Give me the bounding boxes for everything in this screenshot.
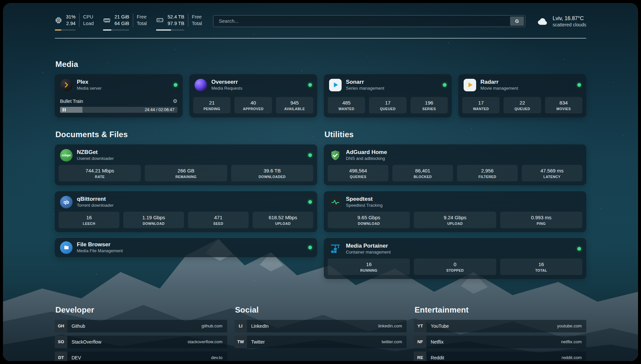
app-name: Media Portainer	[346, 243, 391, 249]
bookmark-netflix[interactable]: NF Netflix netflix.com	[414, 336, 586, 348]
sonarr-icon	[329, 79, 342, 91]
bookmark-youtube[interactable]: YT YouTube youtube.com	[414, 320, 586, 332]
app-card-qbittorrent[interactable]: qb qBittorrent Torrent downloader 16 LEE…	[55, 191, 317, 232]
stat-upload: 618.52 Mbps UPLOAD	[253, 212, 313, 228]
memory-icon	[103, 16, 111, 24]
bookmark-stackoverflow[interactable]: SO StackOverflow stackoverflow.com	[55, 336, 227, 348]
bookmark-linkedin[interactable]: LI LinkedIn linkedin.com	[234, 320, 407, 332]
app-card-adguard[interactable]: AdGuard Home DNS and adblocking 498,564 …	[324, 144, 586, 185]
disk-widget: 52.4 TB 97.9 TB Free Total	[156, 14, 202, 31]
memory-widget: 21 GiB 64 GiB Free Total	[103, 14, 147, 31]
search-engine-button[interactable]: G	[510, 16, 524, 26]
developer-section: Developer GH Github github.com SO StackO…	[55, 305, 227, 361]
radarr-icon	[464, 79, 476, 91]
stat-wanted: 485 WANTED	[328, 97, 365, 113]
stat-series: 196 SERIES	[411, 97, 448, 113]
app-card-portainer[interactable]: Media Portainer Container management 16 …	[324, 238, 586, 279]
bookmark-name: DEV	[72, 355, 81, 360]
stackoverflow-icon: SO	[55, 336, 67, 348]
app-subtitle: Series management	[346, 86, 384, 91]
memory-free-value: 21 GiB	[114, 14, 129, 20]
dev-to-icon: DT	[55, 351, 67, 361]
overseerr-icon	[195, 79, 207, 91]
app-subtitle: Movie management	[480, 86, 518, 91]
app-subtitle: Media File Management	[77, 249, 123, 254]
disk-progress-bar	[156, 29, 184, 31]
system-resources: 31% 2.94 CPU Load	[55, 14, 202, 31]
app-card-plex[interactable]: Plex Media server Bullet Train ⚙	[55, 74, 183, 117]
search-bar: G	[213, 15, 525, 27]
linkedin-icon: LI	[234, 320, 247, 332]
app-name: Radarr	[480, 79, 518, 85]
entertainment-section-title: Entertainment	[414, 305, 586, 315]
stat-running: 16 RUNNING	[328, 258, 410, 275]
app-subtitle: Media Requests	[211, 86, 242, 91]
disk-free-label: Free	[192, 14, 202, 20]
app-subtitle: Speedtest Tracking	[346, 203, 382, 208]
app-name: qBittorrent	[77, 196, 113, 202]
app-card-speedtest[interactable]: Speedtest Speedtest Tracking 9.65 Gbps D…	[324, 191, 586, 232]
stat-rate: 744.21 Mbps RATE	[59, 165, 141, 181]
header-divider	[55, 38, 586, 39]
social-section-title: Social	[235, 305, 407, 315]
bookmark-url: twitter.com	[382, 339, 402, 344]
cpu-load-value: 2.94	[66, 20, 76, 27]
documents-section-title: Documents & Files	[55, 130, 317, 139]
reddit-icon: RE	[414, 351, 426, 361]
app-name: Plex	[77, 79, 102, 85]
stat-leech: 16 LEECH	[59, 212, 119, 228]
bookmark-dev-to[interactable]: DT DEV dev.to	[55, 351, 227, 361]
status-online-dot	[308, 83, 312, 87]
stat-queries: 498,564 QUERIES	[328, 165, 388, 181]
github-icon: GH	[55, 320, 67, 332]
bookmark-reddit[interactable]: RE Reddit reddit.com	[414, 351, 586, 361]
disk-free-value: 52.4 TB	[168, 14, 184, 20]
weather-condition: scattered clouds	[553, 22, 586, 27]
playback-progress-bar[interactable]: 24:44 / 02:06:47	[60, 107, 177, 113]
bookmark-twitter[interactable]: TW Twitter twitter.com	[234, 336, 407, 348]
bookmark-name: Github	[72, 323, 85, 329]
entertainment-section: Entertainment YT YouTube youtube.com NF …	[414, 305, 586, 361]
nzbget-icon: nzbget	[60, 149, 73, 162]
cpu-usage-value: 31%	[66, 14, 76, 20]
status-online-dot	[308, 246, 312, 249]
bookmark-name: StackOverflow	[72, 339, 101, 345]
stat-stopped: 0 STOPPED	[414, 258, 496, 275]
app-name: File Browser	[77, 241, 123, 248]
cpu-icon	[55, 16, 62, 24]
stat-download: 1.19 Gbps DOWNLOAD	[123, 212, 184, 228]
disk-total-label: Total	[192, 20, 202, 27]
stat-upload: 9.24 Gbps UPLOAD	[414, 212, 496, 228]
app-subtitle: Media server	[77, 86, 102, 91]
pause-icon[interactable]	[63, 108, 66, 111]
stat-latency: 47.569 ms LATENCY	[522, 165, 582, 181]
app-subtitle: DNS and adblocking	[346, 156, 387, 161]
bookmark-url: stackoverflow.com	[187, 339, 222, 344]
search-input[interactable]	[213, 15, 525, 27]
playback-time: 24:44 / 02:06:47	[145, 107, 174, 112]
stat-queued: 17 QUEUED	[369, 97, 406, 113]
header: 31% 2.94 CPU Load	[55, 14, 586, 31]
speedtest-pulse-icon	[329, 196, 342, 208]
stat-total: 16 TOTAL	[500, 258, 582, 275]
now-playing-title: Bullet Train	[60, 99, 83, 104]
now-playing-widget: Bullet Train ⚙ 24:44 / 02:06:47	[55, 99, 183, 117]
app-name: NZBGet	[77, 149, 114, 156]
app-card-overseerr[interactable]: Overseerr Media Requests 21 PENDING	[189, 74, 317, 117]
media-section: Media Plex Media server	[55, 60, 586, 117]
gear-icon[interactable]: ⚙	[173, 99, 177, 104]
status-online-dot	[577, 83, 581, 87]
bookmark-github[interactable]: GH Github github.com	[55, 320, 227, 332]
stat-ping: 0.993 ms PING	[500, 212, 582, 228]
dashboard-background: 31% 2.94 CPU Load	[3, 3, 638, 361]
app-card-sonarr[interactable]: Sonarr Series management 485 WANTED	[324, 74, 452, 117]
stat-movies: 834 MOVIES	[545, 97, 582, 113]
memory-total-value: 64 GiB	[114, 20, 129, 27]
app-card-filebrowser[interactable]: File Browser Media File Management	[55, 238, 317, 257]
stat-blocked: 86,401 BLOCKED	[392, 165, 453, 181]
stat-available: 945 AVAILABLE	[276, 97, 313, 113]
app-card-radarr[interactable]: Radarr Movie management 17 WANTED 2	[458, 74, 586, 117]
app-card-nzbget[interactable]: nzbget NZBGet Usenet downloader 744.21 M…	[55, 144, 317, 185]
status-online-dot	[308, 200, 312, 204]
social-section: Social LI LinkedIn linkedin.com TW Twitt…	[234, 305, 407, 361]
